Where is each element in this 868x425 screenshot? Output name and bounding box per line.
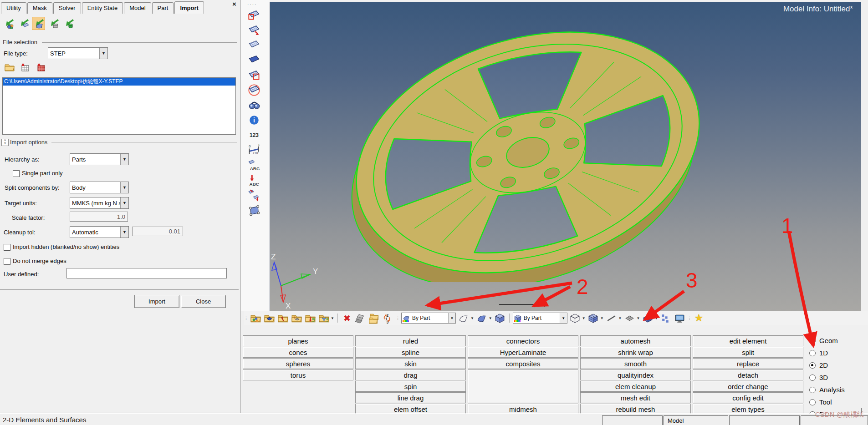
- menu-item-smooth[interactable]: smooth: [580, 358, 691, 369]
- menu-item-spin[interactable]: spin: [355, 381, 466, 392]
- include-view-icon[interactable]: [304, 312, 316, 324]
- bottom-tab-model[interactable]: Model: [664, 415, 728, 425]
- wheel-hub-model[interactable]: [338, 27, 716, 282]
- radio-circle[interactable]: [809, 399, 816, 405]
- graphics-viewport[interactable]: Model Info: Untitled* Z Y X: [270, 2, 861, 311]
- tab-entity-state[interactable]: Entity State: [82, 2, 123, 14]
- menu-item-elem-cleanup[interactable]: elem cleanup: [580, 381, 691, 392]
- toolbar-grip[interactable]: ····: [247, 2, 270, 7]
- numbers-icon[interactable]: 123: [247, 128, 261, 142]
- entity-info-icon[interactable]: i: [247, 113, 261, 127]
- reference-folder-icon[interactable]: [368, 312, 380, 324]
- split-components-dropdown[interactable]: Body ▼: [70, 182, 129, 193]
- wireframe-elements-icon[interactable]: [569, 312, 581, 324]
- 3d-elements-icon[interactable]: [642, 312, 654, 324]
- performance-graphics-icon[interactable]: [674, 312, 685, 324]
- favorites-star-icon[interactable]: ★: [693, 312, 705, 324]
- menu-item-spheres[interactable]: spheres: [243, 358, 353, 369]
- radio-circle[interactable]: [809, 374, 816, 381]
- chevron-down-icon[interactable]: ▼: [489, 316, 492, 320]
- import-bom-icon[interactable]: [62, 17, 75, 30]
- menu-item-composites[interactable]: composites: [468, 358, 578, 369]
- import-model-icon[interactable]: [2, 17, 15, 30]
- menu-item-config-edit[interactable]: config edit: [693, 392, 803, 403]
- menu-item-line-drag[interactable]: line drag: [355, 392, 466, 403]
- menu-item-planes[interactable]: planes: [243, 335, 353, 346]
- radio-3d[interactable]: 3D: [809, 374, 845, 381]
- radio-circle[interactable]: [809, 350, 816, 356]
- chevron-down-icon[interactable]: ▼: [99, 48, 107, 59]
- import-connectors-icon[interactable]: [47, 17, 60, 30]
- chevron-down-icon[interactable]: ▼: [582, 316, 586, 320]
- 1d-elements-icon[interactable]: [606, 312, 618, 324]
- radio-circle[interactable]: [809, 338, 816, 344]
- import-solver-deck-icon[interactable]: [17, 17, 30, 30]
- part-set-icon[interactable]: t: [291, 312, 302, 324]
- unmask-all-icon[interactable]: [247, 53, 261, 67]
- radio-analysis[interactable]: Analysis: [809, 386, 845, 394]
- cleanup-tol-dropdown[interactable]: Automatic ▼: [70, 226, 129, 238]
- menu-item-detach[interactable]: detach: [693, 369, 803, 380]
- menu-item-split[interactable]: split: [693, 347, 803, 358]
- open-file-icon[interactable]: [4, 61, 15, 73]
- file-list[interactable]: C:\Users\Administrator\Desktop\仿轮毂X-Y.ST…: [2, 77, 236, 135]
- radio-circle-selected[interactable]: [809, 362, 816, 369]
- tab-mask[interactable]: Mask: [27, 2, 52, 14]
- chevron-down-icon[interactable]: ▼: [120, 227, 128, 238]
- file-list-item-selected[interactable]: C:\Users\Administrator\Desktop\仿轮毂X-Y.ST…: [3, 78, 235, 86]
- radio-2d[interactable]: 2D: [809, 361, 845, 369]
- component-view-icon[interactable]: [263, 312, 275, 324]
- radio-1d[interactable]: 1D: [809, 349, 845, 357]
- label-arrow-icon[interactable]: ABC: [247, 173, 261, 187]
- tab-model[interactable]: Model: [124, 2, 151, 14]
- import-button[interactable]: Import: [134, 295, 179, 308]
- chevron-down-icon[interactable]: ▼: [470, 316, 474, 320]
- menu-item-automesh[interactable]: automesh: [580, 335, 691, 346]
- menu-item-qualityindex[interactable]: qualityindex: [580, 369, 691, 380]
- plugin-browser-icon[interactable]: [318, 312, 330, 324]
- do-not-merge-edges-checkbox[interactable]: [4, 258, 10, 265]
- spherical-clipping-icon[interactable]: [247, 83, 261, 97]
- menu-item-connectors[interactable]: connectors: [468, 335, 578, 346]
- scale-factor-field[interactable]: [70, 212, 128, 222]
- menu-item-shrink-wrap[interactable]: shrink wrap: [580, 347, 691, 358]
- shaded-elements-icon[interactable]: [587, 312, 599, 324]
- menu-item-hyperlaminate[interactable]: HyperLaminate: [468, 347, 578, 358]
- import-hidden-checkbox[interactable]: [4, 244, 10, 251]
- hierarchy-as-dropdown[interactable]: Parts ▼: [70, 153, 129, 165]
- menu-item-order-change[interactable]: order change: [693, 381, 803, 392]
- radio-geom[interactable]: Geom: [809, 337, 845, 344]
- solid-shaded-icon[interactable]: [494, 312, 506, 324]
- menu-item-spline[interactable]: spline: [355, 347, 466, 358]
- menu-item-skin[interactable]: skin: [355, 358, 466, 369]
- geometry-color-mode-dropdown[interactable]: By Part ▼: [401, 313, 456, 324]
- import-geometry-icon[interactable]: [32, 17, 45, 30]
- chevron-down-icon[interactable]: ▼: [448, 313, 455, 323]
- radio-circle[interactable]: [809, 387, 816, 393]
- menu-item-edit-element[interactable]: edit element: [693, 335, 803, 346]
- chevron-down-icon[interactable]: ▼: [331, 316, 334, 320]
- remove-file-icon[interactable]: [20, 61, 31, 73]
- chevron-down-icon[interactable]: ▼: [654, 316, 658, 320]
- 2d-elements-icon[interactable]: [624, 312, 636, 324]
- target-units-dropdown[interactable]: MMKS (mm kg N s ▼: [70, 197, 129, 209]
- mask-icon[interactable]: [247, 8, 261, 22]
- bottom-tab-2[interactable]: [729, 415, 800, 425]
- chevron-down-icon[interactable]: ▼: [120, 154, 128, 165]
- element-color-mode-dropdown[interactable]: By Part ▼: [513, 313, 567, 324]
- tab-import[interactable]: Import: [174, 1, 204, 14]
- chevron-down-icon[interactable]: ▼: [618, 316, 622, 320]
- geometry-topology-icon[interactable]: [458, 312, 470, 324]
- menu-item-replace[interactable]: replace: [693, 358, 803, 369]
- toolbar-grip[interactable]: ⋮: [396, 317, 399, 319]
- menu-item-drag[interactable]: drag: [355, 369, 466, 380]
- remove-all-files-icon[interactable]: [36, 61, 47, 73]
- tab-part[interactable]: Part: [152, 2, 174, 14]
- reverse-mask-icon[interactable]: [247, 68, 261, 82]
- chevron-down-icon[interactable]: ▼: [120, 182, 128, 193]
- tab-utility[interactable]: Utility: [1, 2, 26, 14]
- transparency-quad-icon[interactable]: [247, 203, 261, 217]
- radio-tool[interactable]: Tool: [809, 398, 845, 406]
- cleanup-tol-value-field[interactable]: [132, 227, 183, 236]
- user-defined-field[interactable]: [66, 268, 227, 278]
